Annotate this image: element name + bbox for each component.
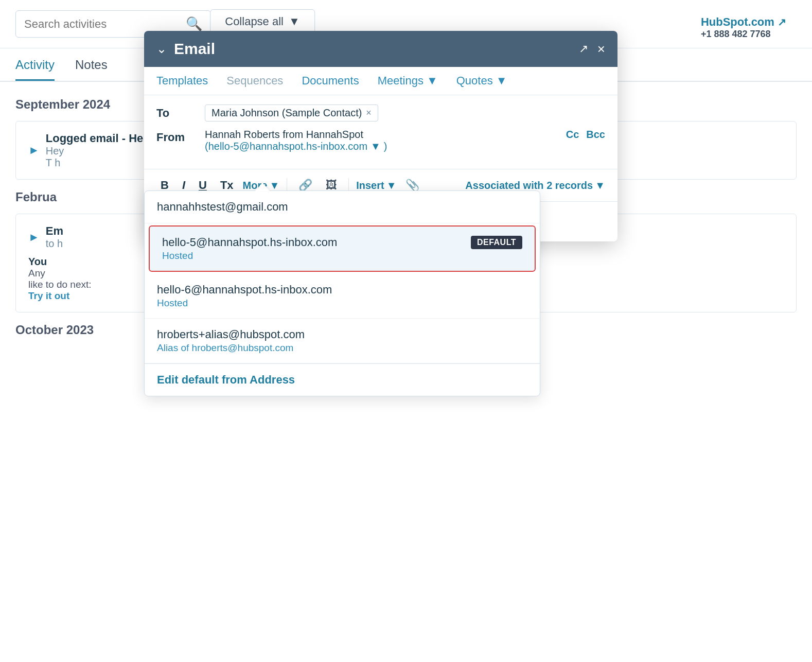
from-field-row: From Hannah Roberts from HannahSpot (hel… — [156, 129, 605, 152]
email-address-4: hroberts+alias@hubspot.com — [157, 328, 527, 341]
bcc-button[interactable]: Bcc — [586, 129, 605, 141]
expand-icon[interactable]: ► — [28, 144, 40, 157]
modal-title: Email — [174, 40, 215, 58]
cc-button[interactable]: Cc — [566, 129, 579, 141]
activity-subtitle-1: Hey — [46, 145, 143, 157]
dropdown-arrow — [255, 183, 270, 191]
remove-contact-button[interactable]: × — [366, 108, 372, 118]
modal-header-left: ⌄ Email — [156, 40, 215, 58]
activity-title-1: Logged email - He — [46, 132, 143, 145]
modal-tabs: Templates Sequences Documents Meetings ▼… — [144, 67, 617, 95]
insert-button[interactable]: Insert ▼ — [356, 180, 396, 191]
to-chip: Maria Johnson (Sample Contact) × — [205, 104, 378, 121]
modal-collapse-button[interactable]: ⌄ — [156, 42, 167, 56]
tab-activity[interactable]: Activity — [15, 58, 55, 81]
activity-title-2: Em — [46, 224, 63, 238]
phone-number: +1 888 482 7768 — [701, 29, 786, 40]
from-dropdown: hannahhstest@gmail.com hello-5@hannahspo… — [144, 190, 540, 396]
from-name: Hannah Roberts from HannahSpot — [205, 129, 559, 141]
expand-modal-button[interactable]: ↗ — [579, 42, 588, 56]
associated-chevron-icon: ▼ — [595, 180, 605, 191]
email-type-2: Hosted — [162, 250, 522, 262]
from-section: Hannah Roberts from HannahSpot (hello-5@… — [205, 129, 559, 152]
cc-bcc-buttons: Cc Bcc — [566, 129, 605, 141]
from-option-hello6[interactable]: hello-6@hannahspot.hs-inbox.com Hosted — [145, 274, 540, 319]
collapse-all-button[interactable]: Collapse all ▼ — [210, 9, 315, 34]
meetings-chevron-icon: ▼ — [427, 74, 438, 88]
tab-templates[interactable]: Templates — [156, 74, 208, 88]
modal-header: ⌄ Email ↗ × — [144, 31, 617, 67]
quotes-chevron-icon: ▼ — [496, 74, 507, 88]
default-badge: DEFAULT — [471, 236, 522, 249]
from-dropdown-arrow[interactable]: ▼ — [370, 141, 381, 152]
from-option-gmail[interactable]: hannahhstest@gmail.com — [145, 191, 540, 223]
from-email[interactable]: (hello-5@hannahspot.hs-inbox.com ▼ ) — [205, 141, 559, 152]
edit-default-address-link[interactable]: Edit default from Address — [145, 363, 540, 396]
activity-sub2-1: T h — [46, 157, 143, 169]
chevron-down-icon: ▼ — [289, 15, 300, 28]
modal-body: To Maria Johnson (Sample Contact) × From… — [144, 95, 617, 169]
email-address-3: hello-6@hannahspot.hs-inbox.com — [157, 283, 527, 297]
more-chevron-icon: ▼ — [269, 180, 279, 191]
activity-subtitle-2: to h — [46, 238, 63, 250]
collapse-label: Collapse all — [225, 15, 284, 28]
modal-header-icons: ↗ × — [579, 41, 605, 57]
expand-icon-2[interactable]: ► — [28, 231, 40, 244]
to-field-row: To Maria Johnson (Sample Contact) × — [156, 104, 605, 121]
associated-records-button[interactable]: Associated with 2 records ▼ — [465, 180, 605, 191]
from-option-alias[interactable]: hroberts+alias@hubspot.com Alias of hrob… — [145, 319, 540, 363]
close-modal-button[interactable]: × — [597, 41, 605, 57]
search-input[interactable] — [24, 18, 186, 31]
tab-sequences[interactable]: Sequences — [226, 74, 283, 88]
tab-meetings[interactable]: Meetings ▼ — [378, 74, 438, 88]
from-option-hello5[interactable]: hello-5@hannahspot.hs-inbox.com DEFAULT … — [149, 225, 536, 272]
to-contact-name: Maria Johnson (Sample Contact) — [211, 107, 362, 119]
insert-chevron-icon: ▼ — [386, 180, 397, 191]
search-icon: 🔍 — [186, 16, 202, 32]
hubspot-link[interactable]: HubSpot.com ↗ +1 888 482 7768 — [701, 15, 786, 40]
email-address-1: hannahhstest@gmail.com — [157, 200, 527, 214]
tab-quotes[interactable]: Quotes ▼ — [456, 74, 507, 88]
to-label: To — [156, 104, 198, 120]
tab-documents[interactable]: Documents — [302, 74, 359, 88]
tab-notes[interactable]: Notes — [75, 58, 108, 81]
email-address-2: hello-5@hannahspot.hs-inbox.com DEFAULT — [162, 236, 522, 249]
from-label: From — [156, 129, 198, 144]
email-type-3: Hosted — [157, 298, 527, 309]
email-type-4: Alias of hroberts@hubspot.com — [157, 342, 527, 354]
